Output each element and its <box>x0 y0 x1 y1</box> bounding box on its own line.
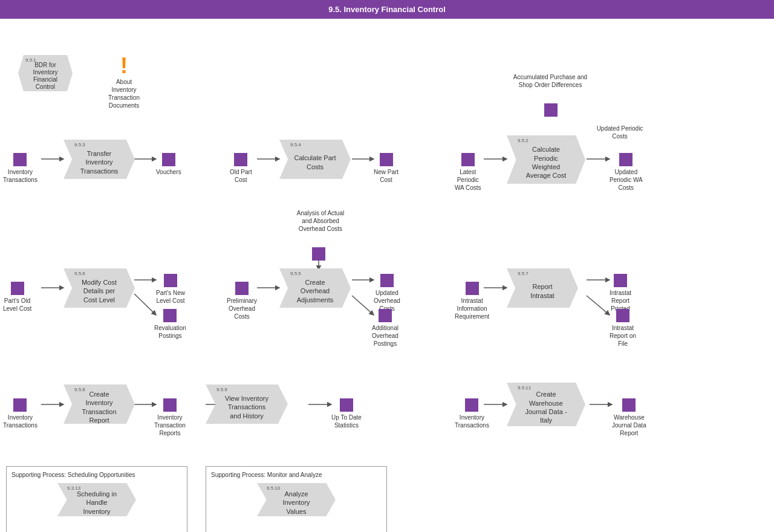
page-title: 9.5. Inventory Financial Control <box>328 5 446 14</box>
preliminary-overhead: PreliminaryOverheadCosts <box>227 282 257 320</box>
updated-periodic-label: Updated Periodic Costs <box>590 125 650 140</box>
analysis-sq <box>312 247 325 261</box>
analysis-label: Analysis of Actualand AbsorbedOverhead C… <box>278 209 363 233</box>
transfer-node[interactable]: 9.5.3 TransferInventoryTransactions <box>63 140 135 180</box>
vouchers-node: Vouchers <box>156 153 181 176</box>
create-overhead-node[interactable]: 9.5.5 CreateOverheadAdjustments <box>279 268 351 308</box>
support-monitor-title: Supporting Process: Monitor and Analyze <box>211 472 382 478</box>
support-scheduling-title: Supporting Process: Scheduling Opportuni… <box>11 472 182 478</box>
updated-overhead: UpdatedOverheadCosts <box>374 274 400 313</box>
up-to-date: Up To DateStatistics <box>331 398 362 429</box>
support-scheduling-box: Supporting Process: Scheduling Opportuni… <box>6 466 187 532</box>
intrastat-printed: IntrastatReportPrinted <box>610 274 631 313</box>
modify-cost-node[interactable]: 9.5.6 Modify CostDetails perCost Level <box>63 268 135 308</box>
latest-periodic: LatestPeriodicWA Costs <box>455 153 481 192</box>
accumulated-sq <box>544 103 558 117</box>
view-inventory-node[interactable]: 9.5.9 View InventoryTransactionsand Hist… <box>206 384 288 424</box>
inv-trans-1: InventoryTransactions <box>3 153 37 184</box>
svg-line-12 <box>352 296 374 315</box>
create-warehouse-node[interactable]: 9.5.11 CreateWarehouseJournal Data -Ital… <box>507 383 585 426</box>
create-inv-report-node[interactable]: 9.5.8 CreateInventoryTransactionReport <box>63 384 135 424</box>
support-monitor-box: Supporting Process: Monitor and Analyze … <box>206 466 387 532</box>
parts-new-level: Part's NewLevel Cost <box>156 274 185 305</box>
accumulated-label: Accumulated Purchase andShop Order Diffe… <box>496 73 605 89</box>
old-part-cost: Old PartCost <box>230 153 252 184</box>
inv-trans-reports: InventoryTransactionReports <box>154 398 186 437</box>
new-part-cost: New PartCost <box>374 153 398 184</box>
canvas: 9.5.1 BDR forInventoryFinancialControl !… <box>0 19 774 532</box>
calc-periodic-node[interactable]: 9.5.2 CalculatePeriodicWeightedAverage C… <box>507 135 585 184</box>
svg-line-8 <box>134 294 156 315</box>
about-node: ! AboutInventoryTransactionDocuments <box>100 55 148 109</box>
parts-old-level: Part's OldLevel Cost <box>3 282 31 313</box>
report-intrastat-node[interactable]: 9.5.7 ReportIntrastat <box>507 268 578 308</box>
bdr-node[interactable]: 9.5.1 BDR forInventoryFinancialControl <box>18 55 73 91</box>
updated-periodic-wa: UpdatedPeriodic WACosts <box>610 153 643 192</box>
intrastat-file: IntrastatReport onFile <box>610 309 636 348</box>
intrastat-info: IntrastatInformationRequirement <box>455 282 489 320</box>
warehouse-journal-report: WarehouseJournal DataReport <box>612 398 646 437</box>
additional-overhead: AdditionalOverheadPostings <box>372 309 398 348</box>
svg-line-15 <box>587 296 610 315</box>
inv-trans-2: InventoryTransactions <box>3 398 37 429</box>
inv-trans-3: InventoryTransactions <box>455 398 489 429</box>
revaluation-postings: RevaluationPostings <box>154 309 186 340</box>
calc-part-node[interactable]: 9.5.4 Calculate PartCosts <box>279 140 351 179</box>
title-bar: 9.5. Inventory Financial Control <box>0 0 774 19</box>
